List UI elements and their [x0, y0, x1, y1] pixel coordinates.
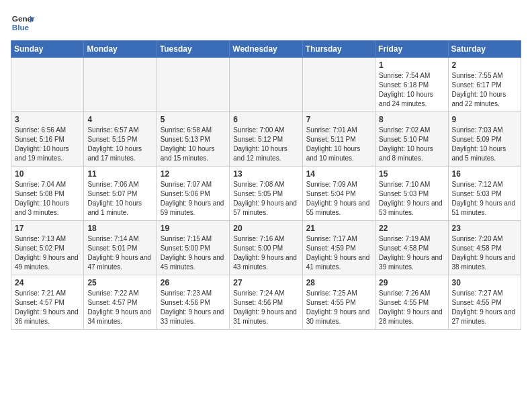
calendar-cell: 9Sunrise: 7:03 AM Sunset: 5:09 PM Daylig…	[448, 112, 521, 167]
calendar-cell: 18Sunrise: 7:14 AM Sunset: 5:01 PM Dayli…	[84, 221, 157, 275]
day-number: 9	[452, 115, 517, 124]
day-info: Sunrise: 7:22 AM Sunset: 4:57 PM Dayligh…	[87, 289, 152, 326]
day-info: Sunrise: 7:08 AM Sunset: 5:05 PM Dayligh…	[233, 180, 298, 218]
day-header-saturday: Saturday	[448, 41, 521, 58]
calendar-table: SundayMondayTuesdayWednesdayThursdayFrid…	[11, 40, 521, 330]
day-number: 24	[15, 278, 80, 287]
day-header-friday: Friday	[375, 41, 448, 58]
calendar-cell: 3Sunrise: 6:56 AM Sunset: 5:16 PM Daylig…	[11, 112, 84, 167]
day-info: Sunrise: 7:26 AM Sunset: 4:55 PM Dayligh…	[379, 289, 444, 326]
day-number: 2	[452, 60, 517, 70]
day-info: Sunrise: 7:19 AM Sunset: 4:58 PM Dayligh…	[379, 234, 444, 272]
day-number: 18	[87, 224, 152, 233]
day-number: 16	[452, 169, 517, 179]
day-info: Sunrise: 7:23 AM Sunset: 4:56 PM Dayligh…	[161, 289, 226, 326]
calendar-cell: 28Sunrise: 7:25 AM Sunset: 4:55 PM Dayli…	[302, 275, 375, 330]
day-info: Sunrise: 7:07 AM Sunset: 5:06 PM Dayligh…	[161, 180, 226, 218]
calendar-cell	[230, 58, 302, 112]
calendar-cell: 10Sunrise: 7:04 AM Sunset: 5:08 PM Dayli…	[11, 167, 84, 221]
calendar-week-row: 10Sunrise: 7:04 AM Sunset: 5:08 PM Dayli…	[11, 167, 521, 221]
day-info: Sunrise: 7:14 AM Sunset: 5:01 PM Dayligh…	[87, 234, 152, 272]
day-number: 15	[379, 169, 444, 179]
day-number: 6	[233, 115, 298, 124]
calendar-cell: 30Sunrise: 7:27 AM Sunset: 4:55 PM Dayli…	[448, 275, 521, 330]
day-number: 11	[87, 169, 152, 179]
day-number: 25	[87, 278, 152, 287]
calendar-cell: 17Sunrise: 7:13 AM Sunset: 5:02 PM Dayli…	[11, 221, 84, 275]
day-header-sunday: Sunday	[11, 41, 84, 58]
calendar-week-row: 3Sunrise: 6:56 AM Sunset: 5:16 PM Daylig…	[11, 112, 521, 167]
calendar-week-row: 24Sunrise: 7:21 AM Sunset: 4:57 PM Dayli…	[11, 275, 521, 330]
day-info: Sunrise: 6:56 AM Sunset: 5:16 PM Dayligh…	[15, 126, 80, 163]
calendar-cell: 26Sunrise: 7:23 AM Sunset: 4:56 PM Dayli…	[157, 275, 229, 330]
calendar-cell: 15Sunrise: 7:10 AM Sunset: 5:03 PM Dayli…	[375, 167, 448, 221]
calendar-week-row: 1Sunrise: 7:54 AM Sunset: 6:18 PM Daylig…	[11, 58, 521, 112]
day-number: 30	[452, 278, 517, 287]
day-header-wednesday: Wednesday	[230, 41, 302, 58]
calendar-cell: 4Sunrise: 6:57 AM Sunset: 5:15 PM Daylig…	[84, 112, 157, 167]
day-number: 8	[379, 115, 444, 124]
calendar-cell: 8Sunrise: 7:02 AM Sunset: 5:10 PM Daylig…	[375, 112, 448, 167]
calendar-cell: 12Sunrise: 7:07 AM Sunset: 5:06 PM Dayli…	[157, 167, 229, 221]
day-info: Sunrise: 7:04 AM Sunset: 5:08 PM Dayligh…	[15, 180, 80, 218]
day-info: Sunrise: 7:21 AM Sunset: 4:57 PM Dayligh…	[15, 289, 80, 326]
day-number: 7	[306, 115, 371, 124]
day-number: 28	[306, 278, 371, 287]
day-info: Sunrise: 7:10 AM Sunset: 5:03 PM Dayligh…	[379, 180, 444, 218]
calendar-cell: 7Sunrise: 7:01 AM Sunset: 5:11 PM Daylig…	[302, 112, 375, 167]
day-info: Sunrise: 7:13 AM Sunset: 5:02 PM Dayligh…	[15, 234, 80, 272]
calendar-cell: 2Sunrise: 7:55 AM Sunset: 6:17 PM Daylig…	[448, 58, 521, 112]
day-number: 10	[15, 169, 80, 179]
day-number: 5	[161, 115, 226, 124]
day-number: 1	[379, 60, 444, 70]
calendar-body: 1Sunrise: 7:54 AM Sunset: 6:18 PM Daylig…	[11, 58, 521, 330]
day-info: Sunrise: 7:15 AM Sunset: 5:00 PM Dayligh…	[161, 234, 226, 272]
day-info: Sunrise: 7:16 AM Sunset: 5:00 PM Dayligh…	[233, 234, 298, 272]
day-header-monday: Monday	[84, 41, 157, 58]
day-number: 3	[15, 115, 80, 124]
day-info: Sunrise: 7:12 AM Sunset: 5:03 PM Dayligh…	[452, 180, 517, 218]
calendar-cell: 1Sunrise: 7:54 AM Sunset: 6:18 PM Daylig…	[375, 58, 448, 112]
calendar-cell: 27Sunrise: 7:24 AM Sunset: 4:56 PM Dayli…	[230, 275, 302, 330]
day-info: Sunrise: 6:58 AM Sunset: 5:13 PM Dayligh…	[161, 126, 226, 163]
calendar-cell: 14Sunrise: 7:09 AM Sunset: 5:04 PM Dayli…	[302, 167, 375, 221]
calendar-week-row: 17Sunrise: 7:13 AM Sunset: 5:02 PM Dayli…	[11, 221, 521, 275]
calendar-cell	[84, 58, 157, 112]
logo: General Blue	[11, 11, 35, 35]
day-number: 26	[161, 278, 226, 287]
day-number: 27	[233, 278, 298, 287]
calendar-cell: 11Sunrise: 7:06 AM Sunset: 5:07 PM Dayli…	[84, 167, 157, 221]
calendar-cell: 23Sunrise: 7:20 AM Sunset: 4:58 PM Dayli…	[448, 221, 521, 275]
day-number: 22	[379, 224, 444, 233]
day-number: 13	[233, 169, 298, 179]
calendar-cell: 19Sunrise: 7:15 AM Sunset: 5:00 PM Dayli…	[157, 221, 229, 275]
day-info: Sunrise: 7:00 AM Sunset: 5:12 PM Dayligh…	[233, 126, 298, 163]
calendar-cell: 6Sunrise: 7:00 AM Sunset: 5:12 PM Daylig…	[230, 112, 302, 167]
calendar-cell	[11, 58, 84, 112]
calendar-cell: 21Sunrise: 7:17 AM Sunset: 4:59 PM Dayli…	[302, 221, 375, 275]
calendar-header-row: SundayMondayTuesdayWednesdayThursdayFrid…	[11, 41, 521, 58]
day-number: 12	[161, 169, 226, 179]
day-info: Sunrise: 7:01 AM Sunset: 5:11 PM Dayligh…	[306, 126, 371, 163]
day-info: Sunrise: 7:27 AM Sunset: 4:55 PM Dayligh…	[452, 289, 517, 326]
day-info: Sunrise: 7:25 AM Sunset: 4:55 PM Dayligh…	[306, 289, 371, 326]
day-info: Sunrise: 7:03 AM Sunset: 5:09 PM Dayligh…	[452, 126, 517, 163]
calendar-cell	[302, 58, 375, 112]
day-info: Sunrise: 7:17 AM Sunset: 4:59 PM Dayligh…	[306, 234, 371, 272]
day-info: Sunrise: 7:55 AM Sunset: 6:17 PM Dayligh…	[452, 71, 517, 109]
calendar-cell: 29Sunrise: 7:26 AM Sunset: 4:55 PM Dayli…	[375, 275, 448, 330]
day-number: 17	[15, 224, 80, 233]
day-number: 23	[452, 224, 517, 233]
day-info: Sunrise: 7:02 AM Sunset: 5:10 PM Dayligh…	[379, 126, 444, 163]
day-header-thursday: Thursday	[302, 41, 375, 58]
day-info: Sunrise: 7:54 AM Sunset: 6:18 PM Dayligh…	[379, 71, 444, 109]
day-number: 29	[379, 278, 444, 287]
svg-text:Blue: Blue	[12, 23, 30, 32]
day-number: 21	[306, 224, 371, 233]
calendar-cell	[157, 58, 229, 112]
calendar-cell: 5Sunrise: 6:58 AM Sunset: 5:13 PM Daylig…	[157, 112, 229, 167]
day-number: 4	[87, 115, 152, 124]
day-info: Sunrise: 7:24 AM Sunset: 4:56 PM Dayligh…	[233, 289, 298, 326]
logo-icon: General Blue	[11, 11, 35, 35]
calendar-cell: 24Sunrise: 7:21 AM Sunset: 4:57 PM Dayli…	[11, 275, 84, 330]
